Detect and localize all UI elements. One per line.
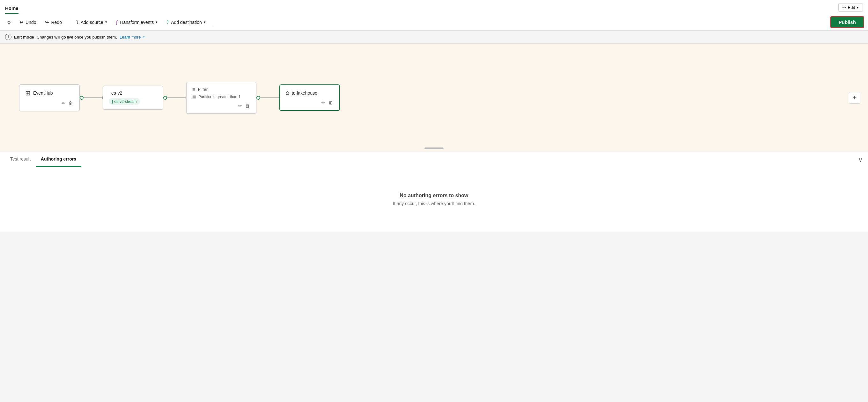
filter-icon: ≡ <box>192 87 195 92</box>
settings-button[interactable]: ⚙ <box>4 18 14 27</box>
chevron-down-icon: ▾ <box>156 20 158 24</box>
chevron-down-icon: ∨ <box>858 156 863 163</box>
eventhub-icon: ⊞ <box>25 89 31 97</box>
toolbar: ⚙ ↩ Undo ↪ Redo ⤵ Add source ▾ ∫ Transfo… <box>0 14 868 31</box>
collapse-button[interactable]: ∨ <box>858 156 863 163</box>
home-tab[interactable]: Home <box>5 5 19 14</box>
tabs-row: Test result Authoring errors ∨ <box>0 152 868 167</box>
tag-icon: ∫ <box>112 99 113 104</box>
scroll-handle <box>425 147 443 149</box>
edit-node-button[interactable]: ✏ <box>61 100 66 106</box>
connector-line <box>260 98 279 98</box>
chevron-down-icon: ▾ <box>105 20 107 24</box>
redo-icon: ↪ <box>45 20 49 25</box>
node-es-v2[interactable]: es-v2 ∫ es-v2-stream <box>103 86 163 109</box>
pencil-icon: ✏ <box>842 5 846 10</box>
filter-condition: ▤ PartitionId greater than 1 <box>192 94 250 99</box>
pipeline-canvas: ⊞ EventHub ✏ 🗑 es-v2 ∫ es-v2-stream <box>0 44 868 152</box>
tab-authoring-errors[interactable]: Authoring errors <box>36 152 81 167</box>
add-destination-icon: ⤴ <box>166 20 169 25</box>
publish-button[interactable]: Publish <box>830 16 864 28</box>
delete-lakehouse-button[interactable]: 🗑 <box>328 99 334 106</box>
redo-button[interactable]: ↪ Redo <box>41 18 65 27</box>
add-node-button[interactable]: + <box>849 92 860 103</box>
edit-mode-banner: i Edit mode Changes will go live once yo… <box>0 31 868 44</box>
separator-2 <box>213 18 213 27</box>
empty-state: No authoring errors to show If any occur… <box>0 167 868 232</box>
bottom-panel: Test result Authoring errors ∨ No author… <box>0 152 868 232</box>
undo-icon: ↩ <box>20 20 24 25</box>
stream-tag: ∫ es-v2-stream <box>109 98 140 105</box>
node-filter[interactable]: ≡ Filter ▤ PartitionId greater than 1 ✏ … <box>186 82 256 114</box>
edit-filter-button[interactable]: ✏ <box>238 103 243 109</box>
connector-line <box>84 98 103 98</box>
edit-button[interactable]: ✏ Edit ▾ <box>838 3 863 12</box>
node-eventhub[interactable]: ⊞ EventHub ✏ 🗑 <box>19 85 80 111</box>
lakehouse-icon: ⌂ <box>286 90 289 96</box>
connector-dot <box>80 96 84 100</box>
node-to-lakehouse[interactable]: ⌂ to-lakehouse ✏ 🗑 <box>279 85 340 111</box>
chevron-down-icon: ▾ <box>857 5 859 9</box>
external-link-icon: ↗ <box>142 35 145 39</box>
settings-icon: ⚙ <box>7 20 11 25</box>
add-destination-button[interactable]: ⤴ Add destination ▾ <box>163 18 210 27</box>
delete-filter-button[interactable]: 🗑 <box>245 103 250 109</box>
add-source-icon: ⤵ <box>76 20 79 25</box>
transform-events-button[interactable]: ∫ Transform events ▾ <box>112 18 162 27</box>
connector-line <box>167 98 186 98</box>
separator-1 <box>69 18 69 27</box>
chevron-down-icon: ▾ <box>204 20 206 24</box>
connector-dot <box>256 96 260 100</box>
tabs: Test result Authoring errors <box>5 152 81 167</box>
condition-icon: ▤ <box>192 94 196 99</box>
edit-lakehouse-button[interactable]: ✏ <box>321 99 326 106</box>
connector-2 <box>163 96 186 100</box>
add-source-button[interactable]: ⤵ Add source ▾ <box>72 18 111 27</box>
tab-test-result[interactable]: Test result <box>5 152 36 167</box>
delete-node-button[interactable]: 🗑 <box>68 100 74 106</box>
connector-1 <box>80 96 103 100</box>
learn-more-link[interactable]: Learn more ↗ <box>120 35 145 39</box>
connector-3 <box>256 96 279 100</box>
connector-dot <box>163 96 167 100</box>
pipeline: ⊞ EventHub ✏ 🗑 es-v2 ∫ es-v2-stream <box>19 82 340 114</box>
info-icon: i <box>5 34 11 40</box>
undo-button[interactable]: ↩ Undo <box>16 18 40 27</box>
transform-icon: ∫ <box>116 20 117 25</box>
